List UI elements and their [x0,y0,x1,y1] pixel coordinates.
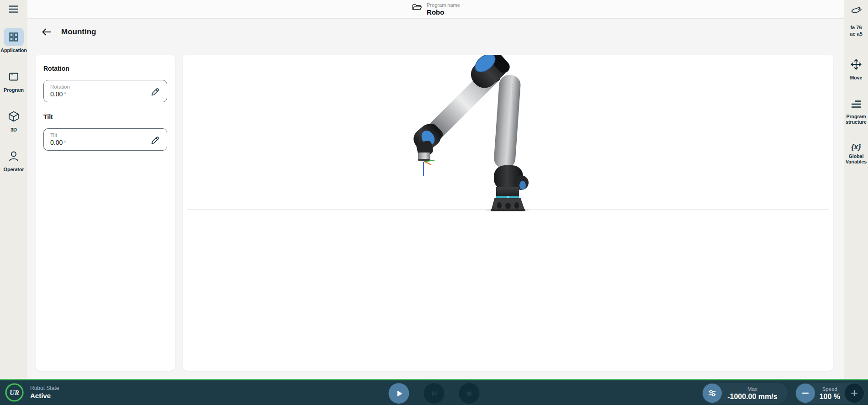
sidebar-item-label: Program structure [844,114,868,125]
sidebar-item-global-variables[interactable]: {x} Global Variables [844,143,868,164]
speed-adjust-pill: Speed 100 % [795,383,865,404]
rotation-edit-button[interactable] [150,86,161,97]
top-header: Program name Robo [27,0,844,19]
robot-state-block[interactable]: UR Robot State Active [5,383,59,402]
sidebar-item-label: Application [0,47,27,53]
robot-3d-view[interactable] [183,55,833,371]
robot-state-value: Active [30,392,59,400]
minus-icon [801,389,810,398]
hamburger-icon [8,4,20,14]
back-arrow-icon [41,27,52,37]
skip-icon [429,388,439,399]
tilt-field[interactable]: Tilt 0.00° [43,128,167,151]
robot-state-label: Robot State [30,385,59,392]
page-header: Mounting [41,27,96,37]
window-icon [8,71,20,83]
mounting-settings-card: Rotation Rotation 0.00° Tilt Tilt 0.00° [36,55,175,371]
speed-decrease-button[interactable] [796,384,815,403]
tilt-field-value: 0.00° [50,138,147,147]
cube-icon [7,110,20,123]
hand-icon [850,6,862,17]
play-button[interactable] [389,383,409,404]
list-icon [850,99,862,110]
sidebar-item-move[interactable]: Move [844,58,868,80]
ur-logo: UR [5,383,24,402]
speed-increase-button[interactable] [845,384,864,403]
status-code: fa 76 ac a5 [844,24,868,37]
rotation-unit: ° [64,91,66,98]
program-name: Robo [427,8,460,16]
person-icon [7,150,20,163]
tilt-edit-button[interactable] [150,134,161,145]
section-heading-rotation: Rotation [43,65,167,72]
speed-value: 100 % [820,392,840,401]
plus-icon [850,389,859,398]
rotation-field[interactable]: Rotation 0.00° [43,80,167,102]
sliders-icon [707,388,718,399]
speed-label: Speed [820,386,840,392]
page-title: Mounting [61,27,96,37]
left-nav: Application Program 3 [0,28,27,172]
bottom-bar: UR Robot State Active [0,379,868,405]
sidebar-item-label: Move [844,75,868,80]
folder-open-icon [412,2,423,13]
speed-controls: Max -1000.00 mm/s Speed 100 % [702,383,865,404]
main-content: Mounting Rotation Rotation 0.00° Tilt Ti… [27,20,844,379]
robot-arm-3d [407,55,539,213]
left-sidebar: Application Program 3 [0,0,27,379]
section-heading-tilt: Tilt [43,113,167,121]
hamburger-menu-button[interactable] [0,0,27,14]
back-button[interactable] [41,27,52,37]
play-icon [394,389,404,399]
sidebar-item-program[interactable]: Program [0,68,27,93]
pencil-icon [150,134,161,145]
rotation-field-value: 0.00° [50,90,147,99]
sidebar-item-label: Operator [0,167,27,172]
sidebar-item-program-structure[interactable]: Program structure [844,99,868,125]
tilt-field-label: Tilt [50,132,147,138]
right-sidebar: fa 76 ac a5 Move Program structure {x} G… [844,0,868,379]
program-name-label: Program name [427,2,460,8]
sidebar-item-label: Global Variables [844,153,868,164]
braces-x-icon: {x} [844,143,868,151]
sidebar-item-application[interactable]: Application [0,28,27,53]
sidebar-item-3d[interactable]: 3D [0,107,27,132]
stop-button[interactable] [459,383,480,404]
stop-icon [464,388,475,399]
move-arrows-icon [850,58,863,71]
tilt-unit: ° [64,140,66,146]
rotation-field-label: Rotation [50,84,147,90]
max-label: Max [727,386,777,392]
sidebar-item-operator[interactable]: Operator [0,147,27,172]
status-code-line2: ac a5 [844,31,868,37]
transport-controls [389,383,480,404]
pencil-icon [150,86,161,97]
svg-text:UR: UR [10,389,19,396]
step-button[interactable] [424,383,445,404]
max-speed-pill: Max -1000.00 mm/s [702,383,787,404]
sidebar-item-label: Program [0,87,27,93]
status-code-line1: fa 76 [844,24,868,31]
max-value: -1000.00 mm/s [727,392,777,401]
grid-icon [8,31,20,43]
program-name-block[interactable]: Program name Robo [412,2,460,16]
speed-settings-button[interactable] [703,384,722,403]
hand-guide-button[interactable] [844,6,868,19]
sidebar-item-label: 3D [0,127,27,132]
